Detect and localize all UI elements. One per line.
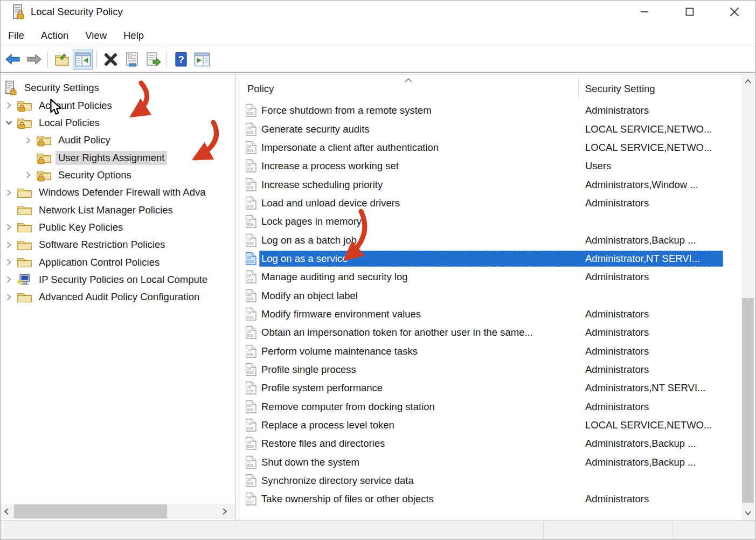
tree-item-account-policies[interactable]: Account Policies <box>0 96 235 114</box>
menu-view[interactable]: View <box>85 30 107 41</box>
policy-row-increase-a-process-working-set[interactable]: 10010Increase a process working setUsers <box>239 157 753 175</box>
folder-icon <box>17 221 32 233</box>
tree-scrollbar-thumb[interactable] <box>14 504 167 518</box>
toolbar: ? <box>0 46 756 73</box>
tree-item-label: Application Control Policies <box>36 255 162 269</box>
policy-row-profile-single-process[interactable]: 10010Profile single processAdministrator… <box>239 361 753 379</box>
chevron-right-icon[interactable] <box>3 258 14 266</box>
show-hide-action-pane-button[interactable] <box>192 50 212 70</box>
tree-item-local-policies[interactable]: Local Policies <box>0 114 235 131</box>
scroll-left-icon[interactable] <box>0 504 13 519</box>
policy-row-synchronize-directory-service-data[interactable]: 10010Synchronize directory service data <box>239 472 753 490</box>
tree-item-software-restriction-policies[interactable]: Software Restriction Policies <box>0 236 235 253</box>
computer-icon <box>17 273 32 286</box>
tree-item-security-settings[interactable]: Security Settings <box>0 79 235 96</box>
help-button[interactable]: ? <box>171 50 191 70</box>
properties-button[interactable] <box>122 50 142 70</box>
policy-row-modify-firmware-environment-values[interactable]: 10010Modify firmware environment valuesA… <box>239 305 753 323</box>
list-scrollbar-thumb[interactable] <box>742 298 754 503</box>
close-icon <box>729 6 740 17</box>
security-setting-value: Administrators <box>582 308 723 320</box>
policy-row-lock-pages-in-memory[interactable]: 10010Lock pages in memory <box>239 212 753 231</box>
policy-row-remove-computer-from-docking-station[interactable]: 10010Remove computer from docking statio… <box>239 398 753 416</box>
policy-row-obtain-an-impersonation-token-for-anothe[interactable]: 10010Obtain an impersonation token for a… <box>239 323 753 342</box>
tree-item-audit-policy[interactable]: Audit Policy <box>0 131 235 149</box>
list-vertical-scrollbar[interactable] <box>741 75 754 521</box>
show-hide-console-tree-button[interactable] <box>73 50 93 70</box>
menu-file[interactable]: File <box>8 30 24 41</box>
policy-doc-icon: 10010 <box>245 437 257 451</box>
svg-text:10: 10 <box>247 477 251 482</box>
policy-row-profile-system-performance[interactable]: 10010Profile system performanceAdministr… <box>239 379 753 397</box>
chevron-right-icon[interactable] <box>3 275 14 283</box>
status-bar <box>0 521 756 540</box>
column-header-security-setting[interactable]: Security Setting <box>585 83 655 95</box>
status-divider <box>672 522 673 540</box>
menu-action[interactable]: Action <box>41 30 68 41</box>
menu-help[interactable]: Help <box>123 30 144 41</box>
scroll-down-icon[interactable] <box>741 507 754 520</box>
forward-button[interactable] <box>24 50 44 70</box>
policy-row-replace-a-process-level-token[interactable]: 10010Replace a process level tokenLOCAL … <box>239 416 753 434</box>
show-hide-console-tree-icon <box>75 52 91 67</box>
security-setting-value: Administrators <box>582 271 723 283</box>
policy-row-force-shutdown-from-a-remote-system[interactable]: 10010Force shutdown from a remote system… <box>239 101 753 120</box>
tree-horizontal-scrollbar[interactable] <box>0 504 235 519</box>
console-window-button[interactable] <box>52 50 72 70</box>
toolbar-separator <box>96 51 97 67</box>
policy-doc-icon: 10010 <box>245 252 257 266</box>
scroll-up-icon[interactable] <box>741 75 754 88</box>
column-divider[interactable] <box>578 78 579 98</box>
back-button[interactable] <box>3 50 23 70</box>
chevron-right-icon[interactable] <box>3 241 14 249</box>
maximize-button[interactable] <box>677 1 702 23</box>
svg-text:10: 10 <box>247 126 251 130</box>
tree-item-advanced-audit-policy-configuration[interactable]: Advanced Audit Policy Configuration <box>0 288 235 306</box>
chevron-right-icon[interactable] <box>3 223 14 231</box>
export-list-button[interactable] <box>143 50 163 70</box>
security-setting-value: LOCAL SERVICE,NETWO... <box>582 419 723 431</box>
tree-item-security-options[interactable]: Security Options <box>0 167 235 184</box>
policy-doc-icon: 10010 <box>245 141 257 155</box>
svg-text:10: 10 <box>247 385 251 389</box>
tree-item-label: Public Key Policies <box>36 220 126 234</box>
policy-row-generate-security-audits[interactable]: 10010Generate security auditsLOCAL SERVI… <box>239 120 753 138</box>
security-setting-value: Administrators,NT SERVI... <box>582 382 723 394</box>
policy-row-increase-scheduling-priority[interactable]: 10010Increase scheduling priorityAdminis… <box>239 175 753 193</box>
tree-item-user-rights-assignment[interactable]: User Rights Assignment <box>0 149 235 166</box>
chevron-right-icon[interactable] <box>3 189 14 197</box>
delete-button[interactable] <box>101 50 121 70</box>
tree-item-windows-defender-firewall-with-adva[interactable]: Windows Defender Firewall with Adva <box>0 184 235 201</box>
svg-text:010: 010 <box>247 500 253 504</box>
policy-doc-icon: 10010 <box>245 400 257 414</box>
chevron-right-icon[interactable] <box>3 101 14 109</box>
policy-row-modify-an-object-label[interactable]: 10010Modify an object label <box>239 286 753 304</box>
policy-row-take-ownership-of-files-or-other-objects[interactable]: 10010Take ownership of files or other ob… <box>239 490 753 508</box>
tree-item-application-control-policies[interactable]: Application Control Policies <box>0 253 235 271</box>
policy-row-log-on-as-a-service[interactable]: 10010Log on as a serviceAdministrator,NT… <box>239 250 753 268</box>
status-divider <box>543 522 544 540</box>
policy-doc-icon: 10010 <box>245 196 257 210</box>
svg-text:10: 10 <box>247 440 251 445</box>
scroll-right-icon[interactable] <box>218 504 231 519</box>
tree-item-public-key-policies[interactable]: Public Key Policies <box>0 219 235 236</box>
policy-row-shut-down-the-system[interactable]: 10010Shut down the systemAdministrators,… <box>239 453 753 472</box>
minimize-button[interactable] <box>632 1 657 23</box>
chevron-right-icon[interactable] <box>23 171 33 179</box>
chevron-right-icon[interactable] <box>23 136 33 144</box>
policy-row-impersonate-a-client-after-authenticatio[interactable]: 10010Impersonate a client after authenti… <box>239 139 753 157</box>
chevron-down-icon[interactable] <box>3 120 14 126</box>
policy-row-log-on-as-a-batch-job[interactable]: 10010Log on as a batch jobAdministrators… <box>239 231 753 249</box>
svg-text:010: 010 <box>247 352 253 357</box>
policy-row-load-and-unload-device-drivers[interactable]: 10010Load and unload device driversAdmin… <box>239 194 753 212</box>
tree-item-network-list-manager-policies[interactable]: Network List Manager Policies <box>0 201 235 218</box>
policy-row-manage-auditing-and-security-log[interactable]: 10010Manage auditing and security logAdm… <box>239 268 753 286</box>
security-setting-value: Administrators <box>582 105 723 116</box>
chevron-right-icon[interactable] <box>3 293 14 301</box>
policy-row-restore-files-and-directories[interactable]: 10010Restore files and directoriesAdmini… <box>239 434 753 453</box>
policy-row-perform-volume-maintenance-tasks[interactable]: 10010Perform volume maintenance tasksAdm… <box>239 342 753 360</box>
close-button[interactable] <box>722 1 747 23</box>
tree-item-ip-security-policies-on-local-compute[interactable]: IP Security Policies on Local Compute <box>0 271 235 288</box>
column-header-policy[interactable]: Policy <box>247 83 274 95</box>
policy-name: Shut down the system <box>259 456 582 468</box>
